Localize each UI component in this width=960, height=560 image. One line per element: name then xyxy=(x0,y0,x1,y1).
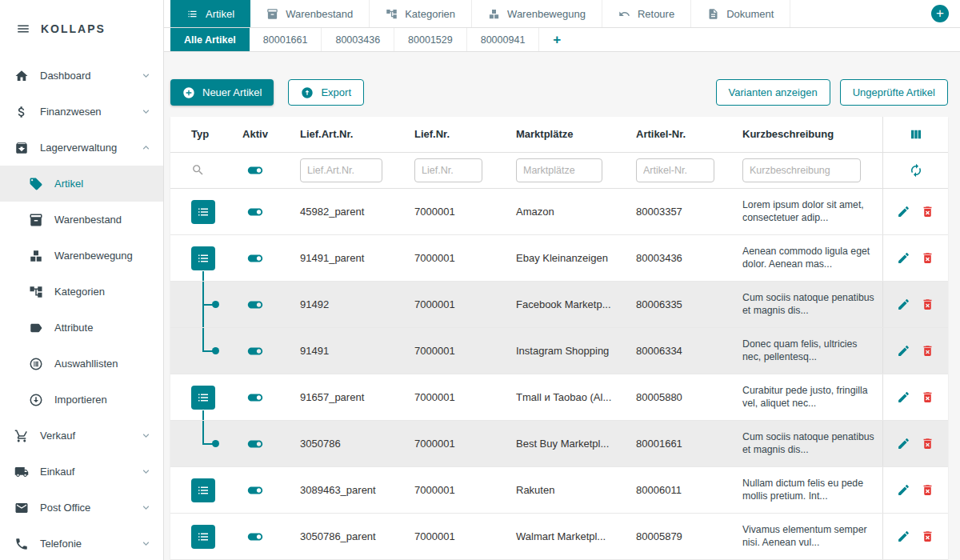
toggle-on-icon[interactable] xyxy=(246,162,264,179)
sidebar-item-artikel[interactable]: Artikel xyxy=(0,166,163,202)
refresh-icon[interactable] xyxy=(909,163,923,178)
subtab-alle-artikel[interactable]: Alle Artikel xyxy=(170,28,250,51)
table-row[interactable]: 3089463_parent 7000001 Rakuten 80006011 … xyxy=(170,467,948,514)
sidebar-item-post-office[interactable]: Post Office xyxy=(0,490,163,526)
lief-nr-filter-input[interactable] xyxy=(414,158,482,182)
row-actions xyxy=(882,282,948,327)
tab-artikel[interactable]: Artikel xyxy=(170,0,250,27)
lief-nr-cell: 7000001 xyxy=(394,467,495,513)
sidebar-item-warenbestand[interactable]: Warenbestand xyxy=(0,202,163,238)
table-row[interactable]: 3050786_parent 7000001 Walmart Marketpl.… xyxy=(170,514,948,560)
new-article-label: Neuer Artikel xyxy=(202,86,262,98)
table-row[interactable]: 3050786 7000001 Best Buy Marketpl... 800… xyxy=(170,421,948,467)
tab-label: Warenbewegung xyxy=(507,8,586,20)
tree-connector-dot xyxy=(212,301,219,308)
sidebar-item-auswahllisten[interactable]: Auswahllisten xyxy=(0,346,163,382)
active-toggle-icon[interactable] xyxy=(246,389,264,406)
delete-icon[interactable] xyxy=(921,483,934,497)
artikel-nr-cell: 80006011 xyxy=(615,467,722,513)
row-actions xyxy=(882,189,948,234)
add-article-tab-button[interactable]: + xyxy=(539,28,574,51)
sidebar-item-importieren[interactable]: Importieren xyxy=(0,382,163,418)
tab-kategorien[interactable]: Kategorien xyxy=(370,0,472,27)
active-toggle-icon[interactable] xyxy=(246,203,264,221)
edit-icon[interactable] xyxy=(897,251,910,265)
edit-icon[interactable] xyxy=(897,205,910,218)
kurzbeschreibung-cell: Nullam dictum felis eu pede mollis preti… xyxy=(722,467,882,513)
export-button[interactable]: Export xyxy=(288,79,364,106)
article-type-button[interactable] xyxy=(191,200,215,224)
active-toggle-icon[interactable] xyxy=(246,342,264,360)
add-tab-button[interactable]: + xyxy=(931,5,949,22)
delete-icon[interactable] xyxy=(921,205,934,218)
active-toggle-icon[interactable] xyxy=(246,528,264,546)
tab-dokument[interactable]: Dokument xyxy=(691,0,790,27)
sidebar-item-label: Artikel xyxy=(54,178,83,190)
sitemap-icon xyxy=(386,8,398,20)
sidebar-item-attribute[interactable]: Attribute xyxy=(0,310,163,346)
sidebar-item-telefonie[interactable]: Telefonie xyxy=(0,526,163,560)
active-cell xyxy=(233,467,278,513)
sidebar-item-einkauf[interactable]: Einkauf xyxy=(0,454,163,490)
columns-icon[interactable] xyxy=(909,127,923,142)
sidebar-item-label: Attribute xyxy=(54,322,93,334)
table-row[interactable]: 91657_parent 7000001 Tmall и Taobao (Al.… xyxy=(170,374,948,421)
article-type-button[interactable] xyxy=(191,386,215,410)
table-row[interactable]: 91492 7000001 Facebook Marketp... 800063… xyxy=(170,282,948,328)
article-type-button[interactable] xyxy=(191,525,215,549)
subtab-article[interactable]: 80001529 xyxy=(394,28,467,51)
article-type-button[interactable] xyxy=(191,246,215,270)
subtab-article[interactable]: 80003436 xyxy=(322,28,394,51)
active-toggle-icon[interactable] xyxy=(246,296,264,314)
active-toggle-icon[interactable] xyxy=(246,482,264,499)
tab-label: Artikel xyxy=(206,8,234,20)
edit-icon[interactable] xyxy=(897,390,910,404)
tab-warenbestand[interactable]: Warenbestand xyxy=(250,0,370,27)
list-icon xyxy=(186,8,198,20)
tab-label: Retoure xyxy=(638,8,674,20)
sidebar-item-label: Lagerverwaltung xyxy=(40,142,117,154)
marktplaetze-filter-input[interactable] xyxy=(516,158,602,182)
table-row[interactable]: 91491 7000001 Instagram Shopping 8000633… xyxy=(170,328,948,374)
row-actions xyxy=(882,421,948,466)
edit-icon[interactable] xyxy=(897,530,910,543)
kurzbeschreibung-filter-input[interactable] xyxy=(742,158,861,182)
sidebar-item-label: Telefonie xyxy=(40,538,82,550)
sidebar-item-warenbewegung[interactable]: Warenbewegung xyxy=(0,238,163,274)
table-body: 45982_parent 7000001 Amazon 80003357 Lor… xyxy=(170,189,948,560)
delete-icon[interactable] xyxy=(921,344,934,358)
delete-icon[interactable] xyxy=(921,251,934,265)
delete-icon[interactable] xyxy=(921,390,934,404)
table-row[interactable]: 45982_parent 7000001 Amazon 80003357 Lor… xyxy=(170,189,948,235)
lief-art-nr-filter-input[interactable] xyxy=(300,158,382,182)
delete-icon[interactable] xyxy=(921,530,934,543)
artikel-nr-filter-input[interactable] xyxy=(636,158,714,182)
show-variants-button[interactable]: Varianten anzeigen xyxy=(716,79,830,106)
marktplatz-cell: Walmart Marketpl... xyxy=(495,514,615,559)
active-toggle-icon[interactable] xyxy=(246,250,264,267)
delete-icon[interactable] xyxy=(921,437,934,450)
edit-icon[interactable] xyxy=(897,298,910,311)
tab-retoure[interactable]: Retoure xyxy=(602,0,691,27)
active-toggle-icon[interactable] xyxy=(246,435,264,453)
sidebar-item-lagerverwaltung[interactable]: Lagerverwaltung xyxy=(0,130,163,166)
subtab-article[interactable]: 80000941 xyxy=(467,28,540,51)
artikel-nr-cell: 80006334 xyxy=(615,328,722,374)
sidebar-item-dashboard[interactable]: Dashboard xyxy=(0,58,163,94)
row-actions xyxy=(882,514,948,559)
edit-icon[interactable] xyxy=(897,344,910,358)
delete-icon[interactable] xyxy=(921,298,934,311)
sidebar-item-kategorien[interactable]: Kategorien xyxy=(0,274,163,310)
edit-icon[interactable] xyxy=(897,483,910,497)
edit-icon[interactable] xyxy=(897,437,910,450)
article-type-button[interactable] xyxy=(191,478,215,502)
label-icon xyxy=(29,321,43,335)
table-row[interactable]: 91491_parent 7000001 Ebay Kleinanzeigen … xyxy=(170,235,948,282)
unchecked-articles-button[interactable]: Ungeprüfte Artikel xyxy=(840,79,948,106)
new-article-button[interactable]: Neuer Artikel xyxy=(170,79,274,106)
menu-icon[interactable] xyxy=(16,22,30,36)
subtab-article[interactable]: 80001661 xyxy=(250,28,322,51)
tab-warenbewegung[interactable]: Warenbewegung xyxy=(472,0,602,27)
sidebar-item-finanzwesen[interactable]: Finanzwesen xyxy=(0,94,163,130)
sidebar-item-verkauf[interactable]: Verkauf xyxy=(0,418,163,454)
